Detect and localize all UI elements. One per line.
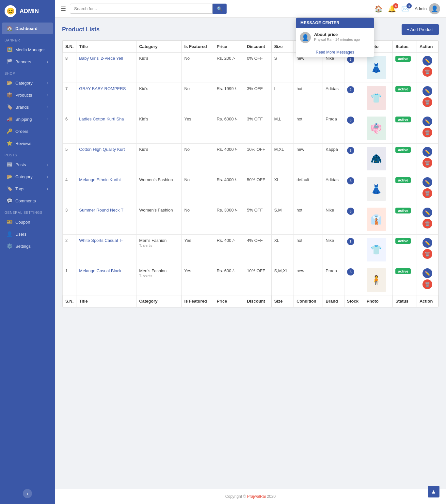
scroll-top-button[interactable]: ▲ — [428, 486, 439, 497]
sidebar-label-products: Products — [15, 93, 32, 98]
settings-icon: ⚙️ — [7, 243, 13, 249]
table-row: 1 Melange Casual Black Men's FashionT. s… — [63, 265, 438, 295]
cell-is-featured: No — [182, 144, 214, 174]
cell-category: Kid's — [136, 113, 182, 144]
message-center-body: 👤 About price Prajwal Rai · 14 minutes a… — [296, 28, 374, 47]
table-row: 3 Summer Round Neck T Women's Fashion No… — [63, 204, 438, 235]
cell-category: Men's FashionT. shirt's — [136, 265, 182, 295]
footer-col-sn: S.N. — [63, 295, 76, 307]
sidebar-label-settings: Settings — [15, 244, 31, 249]
sidebar-item-reviews[interactable]: ⭐ Reviews — [2, 137, 53, 149]
sidebar-item-post-category[interactable]: 📂 Category › — [2, 171, 53, 182]
cell-condition: hot — [294, 83, 323, 113]
cell-category: Kid's — [136, 144, 182, 174]
comments-icon: 💬 — [7, 198, 13, 204]
sidebar-item-products[interactable]: 📦 Products › — [2, 89, 53, 101]
orders-icon: 🔑 — [7, 128, 13, 134]
cell-discount: 5% OFF — [244, 204, 271, 235]
message-center-header: MESSAGE CENTER — [296, 18, 374, 28]
footer-col-brand: Brand — [323, 295, 344, 307]
add-product-button[interactable]: + Add Product — [402, 24, 439, 35]
home-icon-btn[interactable]: 🏠 — [374, 5, 383, 13]
message-title: About price — [314, 32, 360, 37]
sidebar-label-users: Users — [15, 232, 26, 237]
content: Product Lists + Add Product S.N. Title C… — [55, 18, 446, 489]
posts-icon: 📰 — [7, 162, 13, 167]
cell-photo: 👕 — [364, 235, 392, 265]
cell-is-featured: No — [182, 174, 214, 204]
cell-status: active — [393, 174, 417, 204]
cell-status: active — [393, 144, 417, 174]
cell-category: Women's Fashion — [136, 204, 182, 235]
sidebar-item-posts[interactable]: 📰 Posts › — [2, 159, 53, 170]
cell-action: ✏️ 🗑️ — [417, 53, 438, 83]
delete-button[interactable]: 🗑️ — [422, 219, 432, 228]
category-icon: 📂 — [7, 80, 13, 86]
footer-col-status: Status — [393, 295, 417, 307]
sidebar-collapse-button[interactable]: ‹ — [23, 489, 32, 498]
sidebar-item-orders[interactable]: 🔑 Orders — [2, 125, 53, 137]
edit-button[interactable]: ✏️ — [422, 208, 432, 217]
page-header: Product Lists + Add Product — [62, 24, 439, 35]
cell-discount: 10% OFF — [244, 144, 271, 174]
cell-photo: 👗 — [364, 174, 392, 204]
cell-sn: 4 — [63, 174, 76, 204]
notifications-icon-btn[interactable]: 🔔 4 — [388, 5, 396, 13]
edit-button[interactable]: ✏️ — [422, 238, 432, 248]
cell-action: ✏️ 🗑️ — [417, 144, 438, 174]
cell-stock: 3 — [344, 235, 364, 265]
delete-button[interactable]: 🗑️ — [422, 67, 432, 77]
read-more-messages-link[interactable]: Read More Messages — [296, 47, 374, 57]
sidebar-item-tags[interactable]: 🏷️ Tags › — [2, 183, 53, 195]
cell-sn: 3 — [63, 204, 76, 235]
cell-photo: 👕 — [364, 83, 392, 113]
delete-button[interactable]: 🗑️ — [422, 188, 432, 198]
sidebar-item-dashboard[interactable]: 🏠 Dashboard — [2, 23, 53, 34]
cell-photo: 👘 — [364, 113, 392, 144]
delete-button[interactable]: 🗑️ — [422, 128, 432, 137]
sidebar-item-category[interactable]: 📂 Category › — [2, 77, 53, 89]
cell-title: Cotton High Quality Kurt — [76, 144, 136, 174]
edit-button[interactable]: ✏️ — [422, 268, 432, 278]
footer-text: Copyright © PrajwalRai 2020 — [225, 494, 276, 499]
search-button[interactable]: 🔍 — [213, 4, 227, 14]
cell-condition: default — [294, 174, 323, 204]
topbar-menu-icon[interactable]: ☰ — [61, 5, 66, 12]
cell-sn: 7 — [63, 83, 76, 113]
edit-button[interactable]: ✏️ — [422, 177, 432, 187]
delete-button[interactable]: 🗑️ — [422, 279, 432, 289]
delete-button[interactable]: 🗑️ — [422, 158, 432, 168]
col-status: Status — [393, 41, 417, 53]
delete-button[interactable]: 🗑️ — [422, 249, 432, 259]
edit-button[interactable]: ✏️ — [422, 147, 432, 157]
sidebar-item-media-manager[interactable]: 🖼️ Media Manager — [2, 44, 53, 55]
footer-col-discount: Discount — [244, 295, 271, 307]
sidebar-item-brands[interactable]: 🏷️ Brands › — [2, 101, 53, 113]
cell-status: active — [393, 53, 417, 83]
messages-icon-btn[interactable]: ✉️ 1 — [401, 5, 409, 13]
status-badge: active — [395, 86, 411, 92]
sidebar-item-coupon[interactable]: 🎫 Coupon — [2, 216, 53, 228]
sidebar-item-comments[interactable]: 💬 Comments — [2, 195, 53, 207]
edit-button[interactable]: ✏️ — [422, 86, 432, 96]
sidebar-item-settings[interactable]: ⚙️ Settings — [2, 240, 53, 252]
col-category: Category — [136, 41, 182, 53]
brands-icon: 🏷️ — [7, 104, 13, 110]
sidebar-item-banners[interactable]: 🏳️ Banners › — [2, 56, 53, 68]
cell-brand: Adidas — [323, 174, 344, 204]
sidebar-label-category: Category — [15, 81, 33, 86]
product-photo-img: 👕 — [367, 86, 386, 110]
product-photo-img: 🧥 — [367, 147, 386, 170]
cell-stock: 5 — [344, 265, 364, 295]
edit-button[interactable]: ✏️ — [422, 56, 432, 66]
sidebar-item-users[interactable]: 👤 Users — [2, 228, 53, 240]
products-icon: 📦 — [7, 92, 13, 98]
sidebar-item-shipping[interactable]: 🚚 Shipping › — [2, 113, 53, 125]
delete-button[interactable]: 🗑️ — [422, 97, 432, 107]
search-input[interactable] — [70, 4, 213, 14]
col-price: Price — [214, 41, 244, 53]
footer-brand-link[interactable]: PrajwalRai — [247, 494, 266, 499]
edit-button[interactable]: ✏️ — [422, 117, 432, 126]
footer-col-title: Title — [76, 295, 136, 307]
cell-brand: Adidas — [323, 83, 344, 113]
